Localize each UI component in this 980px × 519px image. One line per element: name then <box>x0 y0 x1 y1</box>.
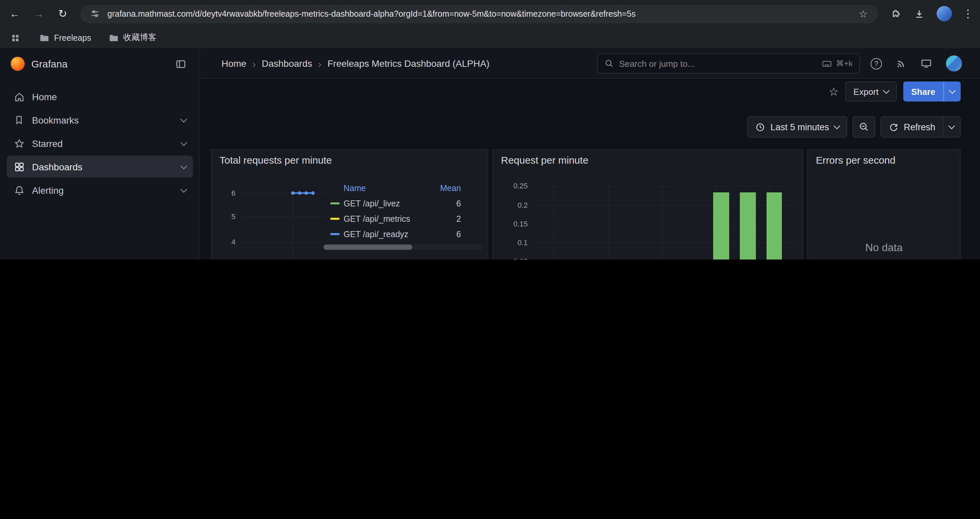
chevron-down-icon <box>180 162 187 169</box>
bookmark-icon <box>13 114 25 126</box>
star-icon <box>13 137 25 149</box>
apps-icon <box>13 161 25 172</box>
user-avatar[interactable] <box>946 56 962 72</box>
panel-title[interactable]: Errors per second <box>816 154 895 166</box>
screen: ← → ↻ grafana.mathmast.com/d/deytv4rwava… <box>0 0 980 260</box>
refresh-label: Refresh <box>904 122 935 132</box>
no-data-message: No data <box>808 242 960 254</box>
forward-icon[interactable]: → <box>32 8 45 19</box>
sidebar-item-label: Home <box>32 91 57 102</box>
rss-icon[interactable] <box>896 58 907 69</box>
breadcrumb-home[interactable]: Home <box>221 58 247 69</box>
bar-2xx <box>767 192 782 260</box>
series-name[interactable]: GET /api/_livez <box>344 199 422 208</box>
keyboard-icon <box>822 58 832 69</box>
export-label: Export <box>854 86 878 96</box>
legend-scrollbar[interactable] <box>323 244 482 250</box>
dashboard-canvas: Last 5 minutes Refresh <box>200 104 980 260</box>
series-color-dash <box>330 218 340 220</box>
panel-title[interactable]: Total requests per minute <box>220 154 332 166</box>
browser-toolbar: ← → ↻ grafana.mathmast.com/d/deytv4rwava… <box>0 0 980 27</box>
series-name[interactable]: GET /api/_metrics <box>344 214 422 224</box>
panel-request-per-minute: Request per minute 0.25 0.2 0.15 0.1 0.0… <box>492 149 803 260</box>
back-icon[interactable]: ← <box>8 8 21 19</box>
dashboard-toolbar: ☆ Export Share <box>200 79 980 104</box>
downloads-icon[interactable] <box>913 7 926 21</box>
panel-title[interactable]: Request per minute <box>501 154 589 166</box>
search-input[interactable]: Search or jump to... ⌘+k <box>597 53 860 73</box>
address-bar[interactable]: grafana.mathmast.com/d/deytv4rwavabkb/fr… <box>80 4 878 23</box>
chevron-down-icon <box>834 123 840 129</box>
help-icon[interactable]: ? <box>870 58 882 69</box>
sidebar-item-home[interactable]: Home <box>7 86 193 107</box>
monitor-icon[interactable] <box>921 58 932 69</box>
grafana-logo[interactable] <box>11 57 25 71</box>
refresh-interval-toggle[interactable] <box>943 117 960 137</box>
panel-total-requests-per-minute: Total requests per minute 6 5 4 3 2 <box>211 149 488 260</box>
breadcrumb-dashboards[interactable]: Dashboards <box>262 58 312 69</box>
legend-header-name[interactable]: Name <box>344 184 422 193</box>
share-menu-toggle[interactable] <box>943 81 961 102</box>
bar-2xx <box>740 192 756 260</box>
time-range-picker[interactable]: Last 5 minutes <box>747 116 847 137</box>
sidebar-item-label: Starred <box>32 138 63 149</box>
extensions-icon[interactable] <box>889 7 902 21</box>
sidebar: Grafana Home Boo <box>0 49 200 260</box>
bar-2xx <box>713 192 729 260</box>
app-header: Home › Dashboards › Freeleaps Metrics Da… <box>200 49 980 79</box>
chevron-down-icon <box>883 87 889 94</box>
zoom-out-button[interactable] <box>852 116 875 137</box>
share-label: Share <box>911 86 935 96</box>
share-button[interactable]: Share <box>903 81 961 102</box>
legend-row[interactable]: GET /api/_metrics 2 <box>330 211 482 227</box>
favorite-star-icon[interactable]: ☆ <box>829 85 839 99</box>
refresh-button[interactable]: Refresh <box>880 116 961 137</box>
series-color-dash <box>330 233 340 235</box>
browser-menu-icon[interactable]: ⋮ <box>963 8 970 19</box>
bookmark-label: 收藏博客 <box>123 32 156 43</box>
scrollbar-thumb[interactable] <box>323 244 413 250</box>
time-range-label: Last 5 minutes <box>770 122 829 132</box>
sidebar-item-starred[interactable]: Starred <box>7 132 193 154</box>
panel-errors-per-second: Errors per second No data <box>807 149 961 260</box>
folder-icon <box>108 33 118 43</box>
y-tick: 5 <box>212 212 235 220</box>
bookmark-label: Freeleaps <box>54 33 91 42</box>
bell-icon <box>13 184 25 196</box>
y-tick: 0.15 <box>493 220 528 228</box>
chevron-down-icon <box>180 186 187 192</box>
legend-header-row: Name Mean <box>330 180 482 196</box>
bookmark-item[interactable]: Freeleaps <box>39 33 91 43</box>
search-icon <box>605 59 614 68</box>
sidebar-item-bookmarks[interactable]: Bookmarks <box>7 109 193 131</box>
y-tick: 0.2 <box>493 201 528 209</box>
sidebar-item-dashboards[interactable]: Dashboards <box>7 156 193 178</box>
apps-grid-icon[interactable] <box>9 31 22 45</box>
search-shortcut: ⌘+k <box>836 59 853 68</box>
bookmark-item[interactable]: 收藏博客 <box>108 32 156 43</box>
chevron-down-icon <box>180 139 187 145</box>
profile-avatar[interactable] <box>937 6 952 21</box>
sidebar-item-label: Bookmarks <box>32 115 79 125</box>
legend-header-mean[interactable]: Mean <box>422 184 461 193</box>
sidebar-item-label: Dashboards <box>32 161 83 172</box>
series-name[interactable]: GET /api/_readyz <box>344 230 422 239</box>
sidebar-item-label: Alerting <box>32 185 64 195</box>
legend-table: Name Mean GET /api/_livez 6 GET /api/_me… <box>330 180 482 242</box>
home-icon <box>13 91 25 102</box>
bookmarks-bar: Freeleaps 收藏博客 <box>0 27 980 49</box>
y-tick: 0.1 <box>493 238 528 246</box>
y-tick: 6 <box>212 189 235 197</box>
sidebar-item-alerting[interactable]: Alerting <box>7 179 193 201</box>
reload-icon[interactable]: ↻ <box>56 8 69 19</box>
zoom-out-icon <box>858 121 869 132</box>
line-chart <box>241 186 328 260</box>
url-text[interactable]: grafana.mathmast.com/d/deytv4rwavabkb/fr… <box>107 9 851 18</box>
legend-row[interactable]: GET /api/_livez 6 <box>330 196 482 211</box>
site-controls-icon[interactable] <box>88 7 102 21</box>
chevron-down-icon <box>180 115 187 122</box>
export-button[interactable]: Export <box>846 81 897 102</box>
legend-row[interactable]: GET /api/_readyz 6 <box>330 227 482 242</box>
bookmark-star-icon[interactable]: ☆ <box>857 7 870 21</box>
dock-menu-icon[interactable] <box>175 58 186 69</box>
